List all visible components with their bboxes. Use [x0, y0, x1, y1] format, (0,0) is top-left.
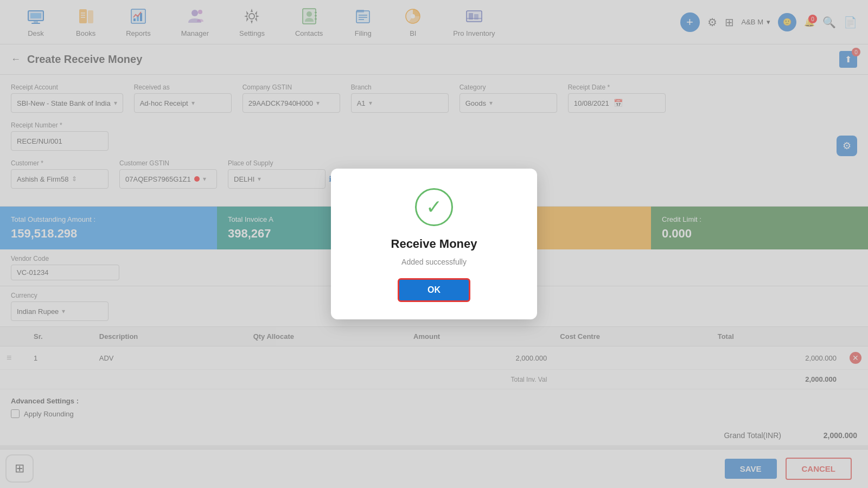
success-check-icon: ✓ [415, 188, 453, 226]
modal-title: Receive Money [391, 237, 477, 251]
success-modal: ✓ Receive Money Added successfully OK [331, 169, 537, 319]
modal-subtitle: Added successfully [401, 258, 467, 266]
modal-overlay: ✓ Receive Money Added successfully OK [0, 0, 868, 488]
modal-ok-button[interactable]: OK [398, 278, 470, 302]
